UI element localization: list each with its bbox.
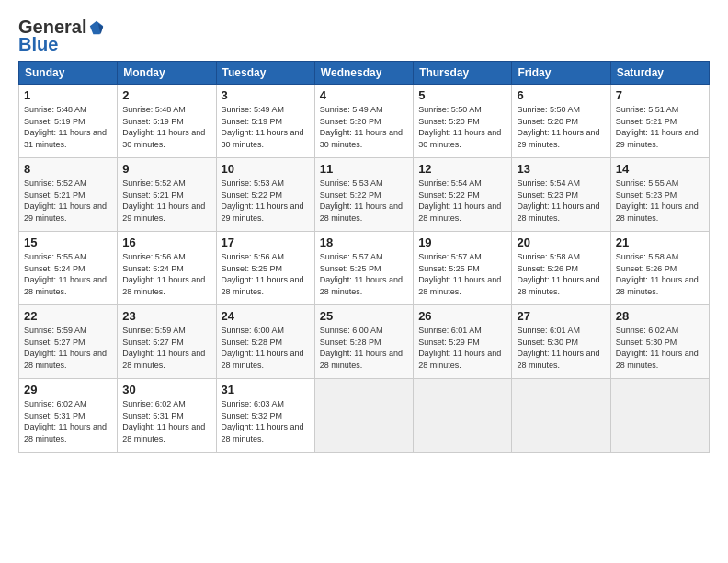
day-info: Sunrise: 5:48 AMSunset: 5:19 PMDaylight:…: [24, 104, 112, 150]
day-cell: 20Sunrise: 5:58 AMSunset: 5:26 PMDayligh…: [512, 232, 610, 305]
day-info: Sunrise: 6:02 AMSunset: 5:30 PMDaylight:…: [616, 325, 704, 371]
day-cell: 25Sunrise: 6:00 AMSunset: 5:28 PMDayligh…: [314, 305, 413, 379]
week-row-3: 15Sunrise: 5:55 AMSunset: 5:24 PMDayligh…: [19, 232, 710, 305]
day-number: 15: [24, 236, 112, 249]
day-info: Sunrise: 5:55 AMSunset: 5:23 PMDaylight:…: [616, 178, 704, 224]
day-cell: 15Sunrise: 5:55 AMSunset: 5:24 PMDayligh…: [19, 232, 118, 305]
day-cell: 7Sunrise: 5:51 AMSunset: 5:21 PMDaylight…: [610, 85, 709, 158]
week-row-5: 29Sunrise: 6:02 AMSunset: 5:31 PMDayligh…: [19, 379, 710, 453]
day-info: Sunrise: 5:49 AMSunset: 5:19 PMDaylight:…: [222, 104, 310, 150]
day-cell: 2Sunrise: 5:48 AMSunset: 5:19 PMDaylight…: [118, 85, 216, 158]
day-info: Sunrise: 6:02 AMSunset: 5:31 PMDaylight:…: [24, 398, 112, 444]
day-number: 7: [616, 88, 704, 102]
col-header-sunday: Sunday: [19, 62, 118, 85]
day-number: 17: [222, 236, 310, 249]
day-info: Sunrise: 5:54 AMSunset: 5:22 PMDaylight:…: [418, 178, 506, 224]
day-info: Sunrise: 6:03 AMSunset: 5:32 PMDaylight:…: [222, 398, 310, 444]
day-number: 26: [418, 309, 506, 323]
day-number: 6: [517, 88, 605, 102]
day-cell: 12Sunrise: 5:54 AMSunset: 5:22 PMDayligh…: [414, 158, 512, 232]
day-number: 22: [24, 309, 112, 323]
day-info: Sunrise: 5:53 AMSunset: 5:22 PMDaylight:…: [320, 178, 408, 224]
col-header-thursday: Thursday: [414, 62, 512, 85]
day-info: Sunrise: 5:50 AMSunset: 5:20 PMDaylight:…: [418, 104, 506, 150]
day-info: Sunrise: 5:58 AMSunset: 5:26 PMDaylight:…: [517, 251, 605, 297]
col-header-monday: Monday: [118, 62, 216, 85]
day-info: Sunrise: 6:00 AMSunset: 5:28 PMDaylight:…: [222, 325, 310, 371]
day-info: Sunrise: 5:52 AMSunset: 5:21 PMDaylight:…: [24, 178, 112, 224]
page-container: General Blue SundayMondayTuesdayWednesda…: [0, 0, 728, 462]
header: General Blue: [18, 17, 710, 55]
day-number: 27: [517, 309, 605, 323]
day-info: Sunrise: 5:56 AMSunset: 5:24 PMDaylight:…: [122, 251, 210, 297]
day-info: Sunrise: 5:55 AMSunset: 5:24 PMDaylight:…: [24, 251, 112, 297]
week-row-4: 22Sunrise: 5:59 AMSunset: 5:27 PMDayligh…: [19, 305, 710, 379]
day-number: 16: [122, 236, 210, 249]
day-cell: 21Sunrise: 5:58 AMSunset: 5:26 PMDayligh…: [610, 232, 709, 305]
day-number: 23: [122, 309, 210, 323]
day-cell: 24Sunrise: 6:00 AMSunset: 5:28 PMDayligh…: [216, 305, 314, 379]
day-number: 29: [24, 383, 112, 396]
day-cell: 1Sunrise: 5:48 AMSunset: 5:19 PMDaylight…: [19, 85, 118, 158]
day-cell: [314, 379, 413, 453]
day-info: Sunrise: 6:00 AMSunset: 5:28 PMDaylight:…: [320, 325, 408, 371]
col-header-saturday: Saturday: [610, 62, 709, 85]
day-info: Sunrise: 5:52 AMSunset: 5:21 PMDaylight:…: [122, 178, 210, 224]
day-number: 10: [222, 162, 310, 176]
day-cell: 17Sunrise: 5:56 AMSunset: 5:25 PMDayligh…: [216, 232, 314, 305]
day-cell: [610, 379, 709, 453]
day-cell: 26Sunrise: 6:01 AMSunset: 5:29 PMDayligh…: [414, 305, 512, 379]
day-cell: 31Sunrise: 6:03 AMSunset: 5:32 PMDayligh…: [216, 379, 314, 453]
day-info: Sunrise: 5:59 AMSunset: 5:27 PMDaylight:…: [122, 325, 210, 371]
day-cell: 16Sunrise: 5:56 AMSunset: 5:24 PMDayligh…: [118, 232, 216, 305]
day-cell: 23Sunrise: 5:59 AMSunset: 5:27 PMDayligh…: [118, 305, 216, 379]
day-cell: 5Sunrise: 5:50 AMSunset: 5:20 PMDaylight…: [414, 85, 512, 158]
day-info: Sunrise: 6:02 AMSunset: 5:31 PMDaylight:…: [122, 398, 210, 444]
day-number: 28: [616, 309, 704, 323]
day-cell: 6Sunrise: 5:50 AMSunset: 5:20 PMDaylight…: [512, 85, 610, 158]
day-cell: [414, 379, 512, 453]
day-number: 5: [418, 88, 506, 102]
day-number: 14: [616, 162, 704, 176]
day-cell: 27Sunrise: 6:01 AMSunset: 5:30 PMDayligh…: [512, 305, 610, 379]
day-cell: [512, 379, 610, 453]
day-cell: 28Sunrise: 6:02 AMSunset: 5:30 PMDayligh…: [610, 305, 709, 379]
day-cell: 18Sunrise: 5:57 AMSunset: 5:25 PMDayligh…: [314, 232, 413, 305]
day-info: Sunrise: 5:57 AMSunset: 5:25 PMDaylight:…: [418, 251, 506, 297]
day-cell: 9Sunrise: 5:52 AMSunset: 5:21 PMDaylight…: [118, 158, 216, 232]
day-number: 18: [320, 236, 408, 249]
week-row-1: 1Sunrise: 5:48 AMSunset: 5:19 PMDaylight…: [19, 85, 710, 158]
logo: General Blue: [18, 17, 105, 55]
col-header-tuesday: Tuesday: [216, 62, 314, 85]
week-row-2: 8Sunrise: 5:52 AMSunset: 5:21 PMDaylight…: [19, 158, 710, 232]
day-info: Sunrise: 5:59 AMSunset: 5:27 PMDaylight:…: [24, 325, 112, 371]
day-info: Sunrise: 5:50 AMSunset: 5:20 PMDaylight:…: [517, 104, 605, 150]
day-cell: 22Sunrise: 5:59 AMSunset: 5:27 PMDayligh…: [19, 305, 118, 379]
day-number: 12: [418, 162, 506, 176]
calendar-table: SundayMondayTuesdayWednesdayThursdayFrid…: [18, 61, 710, 453]
day-number: 24: [222, 309, 310, 323]
day-cell: 29Sunrise: 6:02 AMSunset: 5:31 PMDayligh…: [19, 379, 118, 453]
day-number: 9: [122, 162, 210, 176]
day-info: Sunrise: 5:57 AMSunset: 5:25 PMDaylight:…: [320, 251, 408, 297]
day-number: 3: [222, 88, 310, 102]
day-info: Sunrise: 5:58 AMSunset: 5:26 PMDaylight:…: [616, 251, 704, 297]
day-number: 2: [122, 88, 210, 102]
day-cell: 14Sunrise: 5:55 AMSunset: 5:23 PMDayligh…: [610, 158, 709, 232]
day-number: 21: [616, 236, 704, 249]
day-number: 25: [320, 309, 408, 323]
day-number: 20: [517, 236, 605, 249]
day-info: Sunrise: 5:51 AMSunset: 5:21 PMDaylight:…: [616, 104, 704, 150]
day-cell: 8Sunrise: 5:52 AMSunset: 5:21 PMDaylight…: [19, 158, 118, 232]
day-number: 11: [320, 162, 408, 176]
day-cell: 10Sunrise: 5:53 AMSunset: 5:22 PMDayligh…: [216, 158, 314, 232]
day-number: 8: [24, 162, 112, 176]
day-cell: 30Sunrise: 6:02 AMSunset: 5:31 PMDayligh…: [118, 379, 216, 453]
day-cell: 4Sunrise: 5:49 AMSunset: 5:20 PMDaylight…: [314, 85, 413, 158]
day-cell: 11Sunrise: 5:53 AMSunset: 5:22 PMDayligh…: [314, 158, 413, 232]
day-cell: 13Sunrise: 5:54 AMSunset: 5:23 PMDayligh…: [512, 158, 610, 232]
day-info: Sunrise: 5:48 AMSunset: 5:19 PMDaylight:…: [122, 104, 210, 150]
day-number: 1: [24, 88, 112, 102]
day-info: Sunrise: 5:54 AMSunset: 5:23 PMDaylight:…: [517, 178, 605, 224]
day-number: 30: [122, 383, 210, 396]
